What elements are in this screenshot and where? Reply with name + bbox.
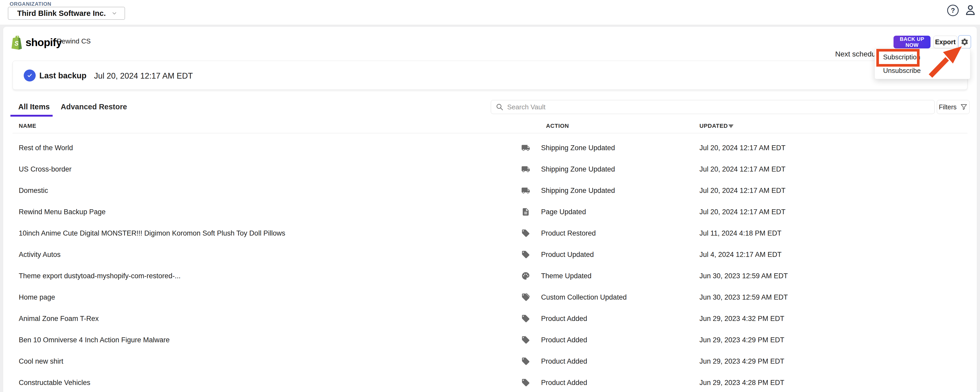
sort-descending-icon[interactable] — [729, 124, 733, 128]
table-row[interactable]: Rewind Menu Backup Page Page Updated Jul… — [13, 201, 967, 222]
column-header-updated[interactable]: UPDATED — [700, 122, 728, 129]
item-name: US Cross-border — [19, 165, 72, 173]
help-button[interactable]: ? — [947, 5, 959, 16]
table-row[interactable]: Ben 10 Omniverse 4 Inch Action Figure Ma… — [13, 329, 967, 351]
collection-tags-icon — [521, 293, 530, 302]
back-up-now-button[interactable]: BACK UP NOW — [894, 36, 931, 48]
tab-all-items[interactable]: All Items — [18, 103, 50, 111]
table-row[interactable]: Home page Custom Collection Updated Jun … — [13, 287, 967, 308]
product-tag-icon — [521, 357, 530, 366]
item-updated: Jun 29, 2023 4:32 PM EDT — [700, 315, 784, 323]
item-updated: Jul 20, 2024 12:17 AM EDT — [700, 144, 785, 152]
table-row[interactable]: Cool new shirt Product Added Jun 29, 202… — [13, 351, 967, 372]
check-circle-icon — [24, 70, 36, 81]
item-updated: Jul 11, 2024 4:18 PM EDT — [700, 229, 781, 237]
item-updated: Jun 30, 2023 12:59 AM EDT — [700, 294, 788, 302]
search-input[interactable] — [507, 103, 930, 111]
item-action: Product Restored — [541, 229, 596, 237]
item-action: Product Added — [541, 315, 587, 323]
product-tag-icon — [521, 378, 530, 387]
item-updated: Jun 29, 2023 4:29 PM EDT — [700, 336, 784, 344]
export-button[interactable]: Export — [933, 36, 957, 48]
table-row[interactable]: Rest of the World Shipping Zone Updated … — [13, 137, 967, 159]
app-title: Rewind CS — [57, 37, 91, 45]
item-action: Theme Updated — [541, 272, 592, 280]
item-action: Shipping Zone Updated — [541, 144, 615, 152]
column-header-action: ACTION — [546, 122, 569, 129]
item-updated: Jun 29, 2023 4:29 PM EDT — [700, 357, 784, 365]
item-name: Rewind Menu Backup Page — [19, 208, 105, 216]
question-mark-icon: ? — [951, 6, 955, 14]
column-header-name: NAME — [19, 122, 36, 129]
item-name: Home page — [19, 294, 55, 302]
item-name: Ben 10 Omniverse 4 Inch Action Figure Ma… — [19, 336, 170, 344]
item-updated: Jul 20, 2024 12:17 AM EDT — [700, 187, 785, 195]
settings-dropdown-menu: Subscription Unsubscribe — [875, 48, 970, 79]
search-icon — [496, 103, 504, 111]
item-action: Shipping Zone Updated — [541, 165, 615, 173]
shopify-logo: S shopify — [10, 34, 62, 51]
filter-funnel-icon — [960, 103, 967, 111]
table-row[interactable]: 10inch Anime Cute Digital MONSTER!!! Dig… — [13, 222, 967, 244]
menu-item-subscription[interactable]: Subscription — [875, 50, 970, 64]
item-action: Shipping Zone Updated — [541, 187, 615, 195]
item-action: Custom Collection Updated — [541, 294, 627, 302]
shipping-truck-icon — [521, 165, 530, 174]
item-name: Animal Zone Foam T-Rex — [19, 315, 99, 323]
organization-label: ORGANIZATION — [10, 1, 51, 7]
item-action: Product Added — [541, 357, 587, 365]
svg-text:S: S — [14, 40, 19, 47]
table-row[interactable]: Theme export dustytoad-myshopify-com-res… — [13, 265, 967, 287]
last-backup-timestamp: Jul 20, 2024 12:17 AM EDT — [94, 71, 193, 81]
theme-palette-icon — [521, 271, 530, 280]
shopify-wordmark: shopify — [25, 37, 62, 49]
page-icon — [521, 208, 530, 216]
filters-button[interactable]: Filters — [937, 100, 970, 114]
table-header: NAME ACTION UPDATED — [13, 122, 967, 133]
shipping-truck-icon — [521, 143, 530, 152]
item-name: Cool new shirt — [19, 357, 63, 365]
item-name: Domestic — [19, 187, 48, 195]
last-backup-card: Last backup Jul 20, 2024 12:17 AM EDT — [13, 61, 967, 90]
organization-select[interactable]: Third Blink Software Inc. — [8, 7, 125, 20]
product-tag-icon — [521, 250, 530, 259]
item-updated: Jun 30, 2023 12:59 AM EDT — [700, 272, 788, 280]
settings-gear-button[interactable] — [958, 35, 971, 49]
shipping-truck-icon — [521, 186, 530, 195]
item-action: Product Added — [541, 379, 587, 387]
table-row[interactable]: Activity Autos Product Updated Jul 4, 20… — [13, 244, 967, 265]
item-updated: Jul 20, 2024 12:17 AM EDT — [700, 208, 785, 216]
table-row[interactable]: Domestic Shipping Zone Updated Jul 20, 2… — [13, 180, 967, 201]
item-name: Theme export dustytoad-myshopify-com-res… — [19, 272, 181, 280]
table-row[interactable]: Animal Zone Foam T-Rex Product Added Jun… — [13, 308, 967, 329]
item-name: Rest of the World — [19, 144, 73, 152]
item-updated: Jul 4, 2024 12:17 AM EDT — [700, 251, 781, 259]
user-icon — [964, 4, 977, 17]
chevron-down-icon — [111, 10, 118, 17]
product-tag-icon — [521, 335, 530, 344]
product-tag-icon — [521, 314, 530, 323]
tab-advanced-restore[interactable]: Advanced Restore — [61, 103, 127, 111]
search-vault-box — [491, 100, 935, 114]
active-tab-underline — [10, 115, 52, 117]
top-bar: ORGANIZATION Third Blink Software Inc. ? — [0, 0, 980, 25]
item-action: Page Updated — [541, 208, 586, 216]
last-backup-label: Last backup — [39, 71, 86, 81]
filters-label: Filters — [939, 103, 956, 111]
organization-value: Third Blink Software Inc. — [17, 9, 111, 18]
shopify-bag-icon: S — [10, 34, 23, 51]
product-tag-icon — [521, 229, 530, 238]
item-action: Product Added — [541, 336, 587, 344]
menu-item-unsubscribe[interactable]: Unsubscribe — [875, 64, 970, 77]
item-updated: Jul 20, 2024 12:17 AM EDT — [700, 165, 785, 173]
table-row[interactable]: US Cross-border Shipping Zone Updated Ju… — [13, 159, 967, 180]
item-name: 10inch Anime Cute Digital MONSTER!!! Dig… — [19, 229, 285, 237]
item-action: Product Updated — [541, 251, 594, 259]
item-name: Constructable Vehicles — [19, 379, 91, 387]
gear-icon — [961, 38, 969, 46]
user-account-button[interactable] — [964, 4, 977, 17]
item-updated: Jun 29, 2023 4:28 PM EDT — [700, 379, 784, 387]
table-row[interactable]: Constructable Vehicles Product Added Jun… — [13, 372, 967, 392]
table-body: Rest of the World Shipping Zone Updated … — [13, 133, 967, 392]
item-name: Activity Autos — [19, 251, 61, 259]
